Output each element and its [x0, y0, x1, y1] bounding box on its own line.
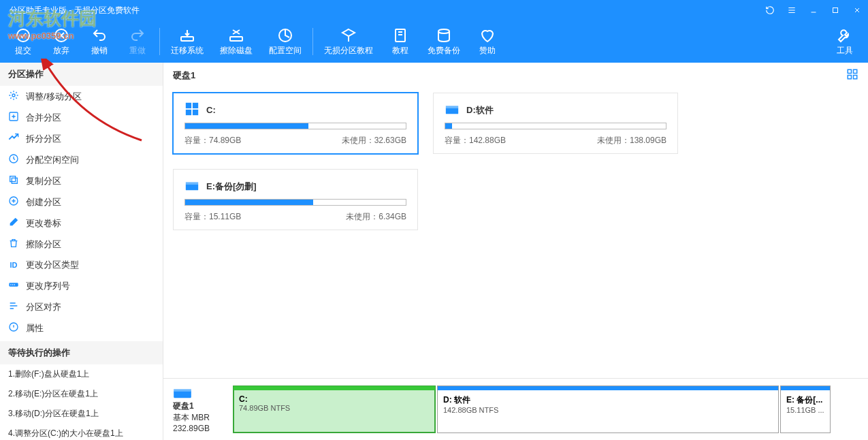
svg-rect-18 [10, 284, 11, 285]
submit-button[interactable]: 提交 [4, 25, 42, 59]
usage-bar [184, 199, 406, 206]
sidebar-item[interactable]: 更改卷标 [0, 213, 163, 234]
unused-label: 未使用：138.09GB [597, 135, 666, 146]
usage-bar [445, 123, 666, 129]
svg-rect-24 [848, 76, 851, 79]
sidebar-icon [8, 174, 26, 187]
sidebar: 分区操作 调整/移动分区合并分区拆分分区分配空闲空间复制分区创建分区更改卷标擦除… [0, 63, 163, 440]
backup-button[interactable]: 免费备份 [419, 25, 468, 59]
svg-rect-26 [186, 103, 191, 108]
guide-button[interactable]: 教程 [381, 25, 419, 59]
disk-map: 硬盘1 基本 MBR 232.89GB C:74.89GB NTFSD: 软件1… [163, 378, 868, 440]
sidebar-item[interactable]: 分区对齐 [0, 296, 163, 317]
sidebar-item-label: 更改序列号 [26, 280, 70, 292]
part-name: E: 备份[... [786, 394, 824, 406]
svg-rect-33 [186, 182, 198, 185]
unused-label: 未使用：6.34GB [346, 211, 406, 223]
drive-icon [184, 101, 206, 119]
unused-label: 未使用：32.63GB [342, 135, 406, 146]
pending-item[interactable]: 3.移动(D:)分区在硬盘1上 [0, 404, 163, 424]
sidebar-icon [8, 279, 26, 292]
close-icon[interactable] [846, 0, 868, 20]
minimize-icon[interactable] [803, 0, 824, 20]
svg-rect-28 [186, 110, 191, 115]
tools-button[interactable]: 工具 [826, 25, 864, 59]
sidebar-item[interactable]: 擦除分区 [0, 234, 163, 255]
drive-icon [184, 178, 206, 195]
donate-button[interactable]: 赞助 [468, 25, 507, 59]
allocspace-button[interactable]: 配置空间 [261, 25, 310, 59]
pending-item[interactable]: 2.移动(E:)分区在硬盘1上 [0, 384, 163, 404]
diskmap-partition[interactable]: C:74.89GB NTFS [233, 386, 436, 433]
svg-point-11 [12, 94, 15, 97]
sidebar-icon [8, 132, 26, 145]
sidebar-item-label: 合并分区 [26, 112, 61, 124]
disk-title: 硬盘1 [173, 69, 195, 82]
sidebar-item-label: 属性 [26, 322, 44, 334]
svg-rect-23 [854, 69, 857, 73]
id-icon: ID [8, 261, 19, 269]
sidebar-item[interactable]: 调整/移动分区 [0, 86, 163, 107]
sidebar-icon [8, 90, 26, 103]
partition-name: D:软件 [466, 104, 494, 116]
pending-item[interactable]: 1.删除(F:)盘从硬盘1上 [0, 364, 163, 384]
sidebar-icon [8, 238, 26, 251]
discard-button[interactable]: 放弃 [42, 25, 80, 59]
svg-rect-30 [446, 108, 458, 114]
sidebar-icon [8, 300, 26, 313]
sidebar-item[interactable]: 创建分区 [0, 191, 163, 213]
sidebar-item[interactable]: 更改序列号 [0, 275, 163, 296]
svg-rect-7 [230, 37, 242, 41]
sidebar-item-label: 更改分区类型 [26, 259, 79, 271]
sidebar-item-label: 调整/移动分区 [26, 91, 82, 103]
svg-rect-6 [181, 37, 193, 41]
sidebar-item-label: 分区对齐 [26, 301, 61, 313]
sidebar-item[interactable]: 属性 [0, 317, 163, 339]
view-toggle-icon[interactable] [846, 68, 858, 83]
svg-rect-34 [174, 391, 191, 398]
part-name: C: [239, 394, 430, 404]
sidebar-ops-head: 分区操作 [0, 63, 163, 86]
svg-rect-22 [848, 69, 851, 73]
sidebar-item-label: 擦除分区 [26, 238, 61, 251]
svg-rect-3 [833, 8, 838, 13]
svg-rect-31 [446, 106, 458, 108]
capacity-label: 容量：15.11GB [184, 211, 241, 223]
part-info: 74.89GB NTFS [239, 404, 430, 412]
wipe-button[interactable]: 擦除磁盘 [212, 25, 261, 59]
sidebar-item[interactable]: ID更改分区类型 [0, 255, 163, 275]
menu-icon[interactable] [781, 0, 803, 20]
drive-icon [445, 101, 466, 119]
pending-item[interactable]: 4.调整分区(C:)的大小在硬盘1上 [0, 424, 163, 440]
partition-name: E:备份[勿删] [206, 180, 257, 193]
svg-rect-25 [854, 76, 857, 79]
sidebar-icon [8, 111, 26, 124]
migrate-button[interactable]: 迁移系统 [163, 25, 212, 59]
sidebar-icon [8, 217, 26, 230]
sidebar-item[interactable]: 合并分区 [0, 107, 163, 128]
sidebar-item[interactable]: 分配空闲空间 [0, 149, 163, 170]
tutorial-button[interactable]: 无损分区教程 [316, 25, 381, 59]
capacity-label: 容量：142.88GB [445, 135, 506, 146]
usage-bar [184, 123, 406, 129]
partition-card[interactable]: E:备份[勿删]容量：15.11GB未使用：6.34GB [173, 169, 418, 230]
partition-card[interactable]: D:软件容量：142.88GB未使用：138.09GB [433, 93, 678, 154]
partition-card[interactable]: C:容量：74.89GB未使用：32.63GB [173, 93, 418, 154]
svg-rect-29 [193, 110, 198, 115]
undo-button[interactable]: 撤销 [80, 25, 118, 59]
svg-rect-35 [174, 389, 191, 392]
sidebar-item[interactable]: 复制分区 [0, 170, 163, 191]
maximize-icon[interactable] [824, 0, 846, 20]
sidebar-item-label: 拆分分区 [26, 133, 61, 145]
sidebar-item[interactable]: 拆分分区 [0, 128, 163, 149]
refresh-icon[interactable] [759, 0, 781, 20]
diskmap-partition[interactable]: D: 软件142.88GB NTFS [437, 386, 779, 433]
sidebar-icon [8, 195, 26, 208]
svg-rect-32 [186, 184, 198, 190]
svg-rect-20 [14, 284, 15, 285]
titlebar: 分区助手专业版 - 无损分区免费软件 [0, 0, 868, 20]
diskmap-partition[interactable]: E: 备份[...15.11GB ... [780, 386, 831, 433]
sidebar-item-label: 分配空闲空间 [26, 154, 79, 166]
partition-name: C: [206, 105, 216, 115]
svg-rect-15 [12, 178, 17, 183]
